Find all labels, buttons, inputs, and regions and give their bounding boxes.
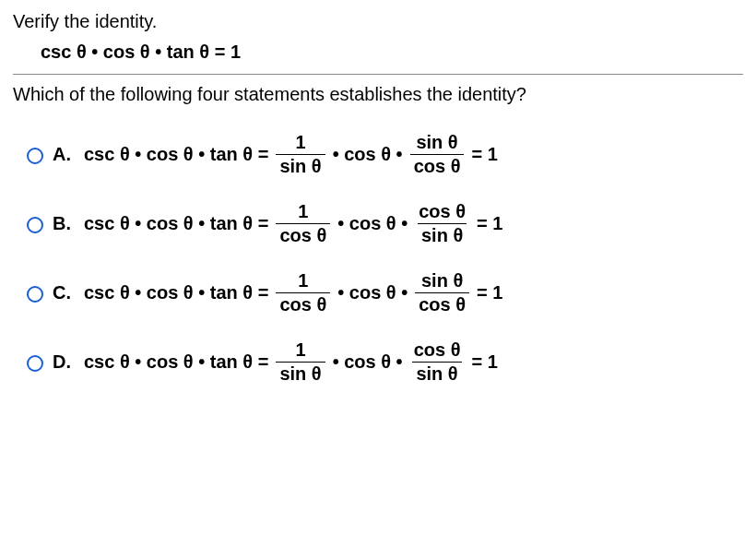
question-text: Which of the following four statements e… <box>13 84 743 105</box>
option-c[interactable]: C. csc θ • cos θ • tan θ = 1 cos θ • cos… <box>22 271 743 315</box>
fraction-1: 1 sin θ <box>276 133 325 176</box>
middle-text: • cos θ • <box>333 144 403 165</box>
middle-text: • cos θ • <box>333 351 403 373</box>
middle-text: • cos θ • <box>337 282 408 303</box>
option-b-expression: csc θ • cos θ • tan θ = 1 cos θ • cos θ … <box>84 202 502 245</box>
frac1-den: cos θ <box>276 292 330 315</box>
option-d-label: D. <box>53 351 75 373</box>
frac1-den: sin θ <box>276 362 325 384</box>
fraction-1: 1 cos θ <box>276 202 330 245</box>
frac1-num: 1 <box>291 133 309 154</box>
fraction-1: 1 cos θ <box>276 271 330 315</box>
frac2-den: cos θ <box>415 292 469 315</box>
option-a[interactable]: A. csc θ • cos θ • tan θ = 1 sin θ • cos… <box>22 133 743 176</box>
tail-text: = 1 <box>471 351 497 373</box>
fraction-2: cos θ sin θ <box>415 202 469 245</box>
option-c-label: C. <box>53 282 75 303</box>
fraction-2: sin θ cos θ <box>410 133 465 176</box>
frac1-den: sin θ <box>276 154 325 176</box>
frac1-num: 1 <box>294 202 312 223</box>
prompt-text: Verify the identity. <box>13 11 743 32</box>
options-group: A. csc θ • cos θ • tan θ = 1 sin θ • cos… <box>22 133 743 384</box>
option-d-expression: csc θ • cos θ • tan θ = 1 sin θ • cos θ … <box>84 340 498 384</box>
frac2-den: cos θ <box>410 154 465 176</box>
option-c-expression: csc θ • cos θ • tan θ = 1 cos θ • cos θ … <box>84 271 502 315</box>
frac1-num: 1 <box>294 271 312 292</box>
option-a-radio[interactable] <box>27 148 43 164</box>
option-a-label: A. <box>53 144 75 165</box>
fraction-2: sin θ cos θ <box>415 271 469 315</box>
frac2-num: cos θ <box>410 340 465 362</box>
frac1-num: 1 <box>291 340 309 362</box>
option-b[interactable]: B. csc θ • cos θ • tan θ = 1 cos θ • cos… <box>22 202 743 245</box>
frac2-den: sin θ <box>412 362 461 384</box>
frac2-den: sin θ <box>418 223 467 245</box>
frac1-den: cos θ <box>276 223 330 245</box>
frac2-num: sin θ <box>412 133 461 154</box>
frac2-num: sin θ <box>418 271 467 292</box>
option-a-expression: csc θ • cos θ • tan θ = 1 sin θ • cos θ … <box>84 133 498 176</box>
tail-text: = 1 <box>471 144 497 165</box>
lhs-text: csc θ • cos θ • tan θ = <box>84 144 268 165</box>
fraction-2: cos θ sin θ <box>410 340 465 384</box>
lhs-text: csc θ • cos θ • tan θ = <box>84 213 268 234</box>
option-b-radio[interactable] <box>27 217 43 233</box>
separator <box>13 74 743 75</box>
option-d-radio[interactable] <box>27 355 43 372</box>
option-d[interactable]: D. csc θ • cos θ • tan θ = 1 sin θ • cos… <box>22 340 743 384</box>
lhs-text: csc θ • cos θ • tan θ = <box>84 351 268 373</box>
middle-text: • cos θ • <box>337 213 408 234</box>
option-c-radio[interactable] <box>27 286 43 303</box>
identity-expression: csc θ • cos θ • tan θ = 1 <box>41 42 743 63</box>
fraction-1: 1 sin θ <box>276 340 325 384</box>
tail-text: = 1 <box>477 282 502 303</box>
option-b-label: B. <box>53 213 75 234</box>
frac2-num: cos θ <box>415 202 469 223</box>
tail-text: = 1 <box>477 213 502 234</box>
lhs-text: csc θ • cos θ • tan θ = <box>84 282 268 303</box>
